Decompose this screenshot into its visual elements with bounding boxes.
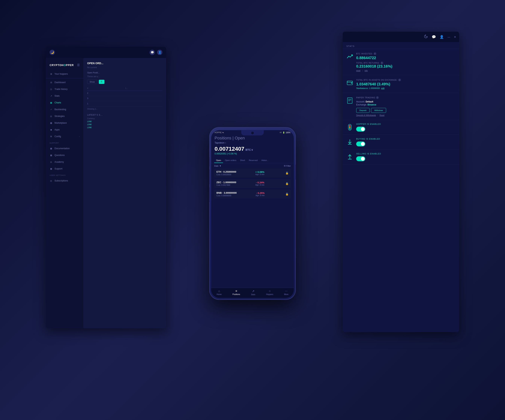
info-icon-paper[interactable]: i bbox=[376, 96, 379, 99]
info-icon-btc[interactable]: i bbox=[374, 52, 376, 55]
sidebar-item-your-hoppers[interactable]: ⊞ Your hoppers bbox=[46, 71, 83, 77]
show-btn-active[interactable]: 5 bbox=[99, 80, 104, 84]
btc-amount: 0.00712407 BTC ∨ bbox=[215, 146, 290, 152]
sidebar-item-trade-history[interactable]: ◷ Trade history bbox=[46, 86, 83, 93]
sidebar-item-marketplace[interactable]: ▦ Marketplace bbox=[46, 120, 83, 126]
sidebar-item-config[interactable]: ⚙ Config › bbox=[46, 133, 83, 140]
phone-nav-stats[interactable]: ↗ Stats bbox=[251, 289, 255, 296]
link-1[interactable]: LINK bbox=[87, 120, 162, 123]
carrier-info: HOPPIE ⇆ bbox=[215, 132, 224, 134]
sidebar-item-subscriptions[interactable]: ◎ Subscriptions bbox=[46, 177, 83, 184]
withdraw-button[interactable]: Withdraw bbox=[371, 108, 386, 113]
pos-bnb-pct: - 0.25% bbox=[255, 191, 265, 194]
sidebar-label-apps: Apps bbox=[55, 128, 60, 131]
phone-nav-hoppers[interactable]: ○ Hoppers bbox=[266, 289, 273, 296]
volume-down-button[interactable] bbox=[209, 187, 210, 202]
tab-open-orders[interactable]: Open orders bbox=[223, 158, 238, 163]
tab-open[interactable]: Open bbox=[214, 158, 223, 163]
chat-icon-stats[interactable]: 💬 bbox=[432, 35, 436, 39]
deposit-button[interactable]: Deposit bbox=[356, 108, 370, 113]
position-list: ETH · 0.25000000 Cost: 0.00530500 + 0.08… bbox=[211, 168, 294, 198]
filter-button[interactable]: ⊟ Filter bbox=[284, 165, 291, 167]
power-button[interactable] bbox=[295, 165, 296, 179]
sidebar-label-strategies: Strategies bbox=[55, 115, 65, 117]
position-bnb[interactable]: BNB · 3.00000000 Cost: 0.00696000 - 0.25… bbox=[214, 190, 291, 198]
sidebar-item-apps[interactable]: ◆ Apps bbox=[46, 126, 83, 133]
reset-link[interactable]: reset bbox=[356, 70, 360, 72]
sidebar-item-academy[interactable]: ◎ Academy bbox=[46, 159, 83, 165]
top-bar-back: 🌙 💬 👤 bbox=[46, 47, 166, 58]
pos-zec-pct: - 0.24% bbox=[255, 181, 264, 184]
btc-invested-block: BTC INVESTED: i 0.88644722 TOTAL BTC RET… bbox=[343, 49, 459, 75]
hamburger-icon[interactable]: ☰ bbox=[77, 63, 80, 67]
hopper-toggle-switch[interactable] bbox=[356, 127, 365, 132]
sidebar-item-dashboard[interactable]: ⊟ Dashboard bbox=[46, 79, 83, 86]
table-row-1: 2 bbox=[87, 91, 162, 96]
link-3[interactable]: LINK bbox=[87, 126, 162, 129]
tab-short[interactable]: Short bbox=[238, 158, 247, 163]
sidebar-label-your-hoppers: Your hoppers bbox=[55, 73, 68, 75]
date-filter[interactable]: Date ▼ bbox=[214, 165, 221, 167]
phone-nav-more[interactable]: ··· More bbox=[284, 289, 288, 296]
chat-icon-back[interactable]: 💬 bbox=[150, 50, 155, 55]
phone-notch bbox=[241, 130, 264, 135]
sidebar-item-stats[interactable]: ↗ Stats bbox=[46, 93, 83, 99]
trending-up-icon bbox=[347, 53, 353, 60]
link-2[interactable]: LINK bbox=[87, 123, 162, 126]
volume-up-button[interactable] bbox=[209, 169, 210, 184]
close-btn[interactable]: ✕ bbox=[454, 36, 456, 38]
questions-icon: ▦ bbox=[50, 154, 53, 157]
battery-icon: 🔋 bbox=[283, 132, 285, 134]
btc-currency-dropdown[interactable]: ∨ bbox=[251, 148, 253, 151]
user-icon-back[interactable]: 👤 bbox=[157, 50, 162, 55]
edit-link[interactable]: edit bbox=[381, 87, 385, 89]
info-icon-returns[interactable]: i bbox=[381, 62, 383, 64]
minimize-btn[interactable]: — bbox=[448, 36, 450, 38]
total-btc-assets-block: TOTAL BTC IN ASSETS ON EXCHANGE: i 1.034… bbox=[343, 75, 459, 93]
selling-toggle-switch[interactable] bbox=[356, 156, 365, 161]
reset-pt-link[interactable]: Reset bbox=[379, 114, 384, 116]
stats-panel: 💬 👤 — ✕ STATS BTC INVESTED bbox=[343, 32, 459, 332]
hopper-toggle-details: HOPPER IS ENABLED bbox=[356, 123, 455, 132]
phone-nav-home[interactable]: ⌂ Home bbox=[217, 289, 222, 296]
showing-text: Showing 1... bbox=[87, 108, 162, 110]
more-label: More bbox=[284, 293, 288, 295]
show-row: Show 5 bbox=[87, 80, 162, 84]
apps-icon: ◆ bbox=[50, 128, 53, 131]
brand: CRYPTOHOPPER ☰ bbox=[46, 61, 83, 71]
scene-container: 🌙 💬 👤 CRYPTOHOPPER ☰ ⊞ Your hoppers ⊟ Da… bbox=[46, 32, 459, 388]
sidebar-item-charts[interactable]: ▦ Charts bbox=[46, 99, 83, 106]
sidebar-item-documentation[interactable]: ▦ Documentation bbox=[46, 145, 83, 152]
moon-icon-back[interactable]: 🌙 bbox=[50, 50, 55, 55]
stat-links-reset-info: reset | info bbox=[356, 70, 455, 72]
position-eth[interactable]: ETH · 0.25000000 Cost: 0.00530500 + 0.08… bbox=[214, 168, 291, 178]
info-icon-assets[interactable]: i bbox=[398, 79, 401, 81]
phone-nav-positions[interactable]: ≡ Positions bbox=[232, 289, 240, 296]
sidebar-item-strategies[interactable]: ◎ Strategies bbox=[46, 113, 83, 120]
position-zec[interactable]: ZEC · 1.00000000 Cost: 0.0417800 - 0.24%… bbox=[214, 179, 291, 188]
buying-toggle-switch[interactable] bbox=[356, 142, 365, 146]
sidebar-item-support[interactable]: ▦ Support bbox=[46, 165, 83, 172]
paper-trading-icon bbox=[347, 97, 353, 104]
phone-tabs: Open Open orders Short Reserved Histor..… bbox=[211, 156, 294, 163]
info-link[interactable]: info bbox=[365, 70, 368, 72]
th-info: I... bbox=[126, 87, 162, 89]
mute-button[interactable] bbox=[209, 157, 210, 167]
sidebar-item-questions[interactable]: ▦ Questions bbox=[46, 152, 83, 159]
wallet-icon bbox=[347, 79, 353, 86]
user-icon-stats[interactable]: 👤 bbox=[440, 35, 444, 39]
sidebar-item-backtesting[interactable]: ✓ Backtesting bbox=[46, 106, 83, 113]
stats-tab-label: Stats bbox=[251, 294, 255, 296]
tab-reserved[interactable]: Reserved bbox=[247, 158, 259, 163]
tab-history[interactable]: Histor... bbox=[259, 158, 270, 163]
sidebar-label-backtesting: Backtesting bbox=[55, 108, 66, 111]
hoppers-icon: ○ bbox=[269, 289, 271, 293]
paper-trading-block: PAPER TRADING i Account: Default Exchang… bbox=[343, 93, 459, 120]
show-btn-label[interactable]: Show bbox=[87, 80, 97, 84]
hopper-status-label: HOPPER IS ENABLED bbox=[356, 123, 455, 125]
hopper-name: Tapoleon › bbox=[215, 141, 290, 144]
pos-zec-right: - 0.24% Age: 8 min bbox=[255, 181, 264, 186]
moon-icon-stats[interactable] bbox=[424, 34, 428, 39]
deposits-withdrawals-link[interactable]: Deposits & Withdrawals bbox=[356, 114, 376, 116]
pos-eth-lock-icon: 🔒 bbox=[285, 172, 289, 174]
